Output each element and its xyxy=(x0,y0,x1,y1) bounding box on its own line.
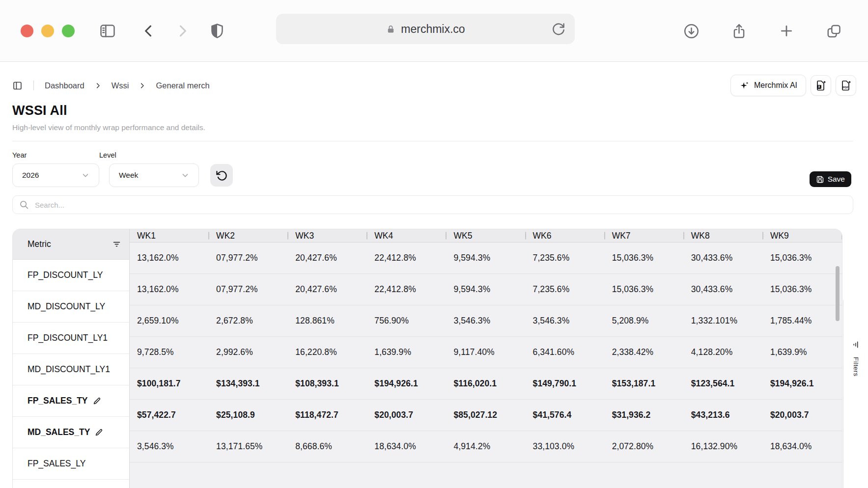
chevron-down-icon xyxy=(181,171,190,180)
table-cell: $31,936.2 xyxy=(605,400,684,431)
reset-filters-button[interactable] xyxy=(210,164,233,187)
app-sidebar-toggle-button[interactable] xyxy=(12,81,23,91)
search-bar xyxy=(12,195,853,214)
minimize-window-button[interactable] xyxy=(41,25,54,37)
table-cell xyxy=(209,462,288,488)
browser-sidebar-button[interactable] xyxy=(98,22,117,40)
close-window-button[interactable] xyxy=(21,25,33,37)
table-cell xyxy=(763,462,842,488)
week-header-row: WK1WK2WK3WK4WK5WK6WK7WK8WK9 xyxy=(130,229,842,243)
tab-overview-button[interactable] xyxy=(825,22,843,40)
table-cell: 15,036.3% xyxy=(763,274,842,305)
table-cell: 2,992.6% xyxy=(209,337,288,368)
pdf-export-icon: PDF xyxy=(840,80,852,91)
share-button[interactable] xyxy=(730,22,748,40)
week-header-cell: WK5 xyxy=(446,229,525,242)
week-header-cell: WK3 xyxy=(288,229,367,242)
table-cell: 4,914.2% xyxy=(446,431,525,462)
address-bar[interactable]: merchmix.co xyxy=(276,14,575,44)
table-cell: $134,393.1 xyxy=(209,368,288,399)
table-cell: 9,594.3% xyxy=(446,243,525,273)
merchmix-ai-button[interactable]: Merchmix AI xyxy=(730,75,806,96)
table-cell: $25,108.9 xyxy=(209,400,288,431)
rotate-ccw-icon xyxy=(215,169,228,182)
privacy-report-button[interactable] xyxy=(208,22,226,40)
table-cell: 9,117.40% xyxy=(446,337,525,368)
week-header-cell: WK4 xyxy=(367,229,446,242)
level-select[interactable]: Week xyxy=(109,163,199,187)
table-cell: 22,412.8% xyxy=(367,274,446,305)
table-cell: 2,672.8% xyxy=(209,305,288,336)
metric-column: Metric FP_DISCOUNT_LYMD_DISCOUNT_LYFP_DI… xyxy=(13,229,130,488)
table-data-area: WK1WK2WK3WK4WK5WK6WK7WK8WK9 13,162.0%07,… xyxy=(130,229,842,488)
metric-header-label: Metric xyxy=(28,239,51,249)
table-cell: 9,728.5% xyxy=(130,337,209,368)
table-cell: $100,181.7 xyxy=(130,368,209,399)
zoom-window-button[interactable] xyxy=(62,25,75,37)
table-cell: 13,162.0% xyxy=(130,274,209,305)
sparkles-icon xyxy=(739,81,750,91)
reload-button[interactable] xyxy=(550,21,567,37)
table-cell: 756.90% xyxy=(367,305,446,336)
table-cell: 13,162.0% xyxy=(130,243,209,273)
search-input[interactable] xyxy=(35,201,847,209)
filter-icon[interactable] xyxy=(112,240,121,249)
week-header-cell: WK1 xyxy=(130,229,209,242)
forward-button[interactable] xyxy=(174,23,191,39)
downloads-button[interactable] xyxy=(682,22,700,40)
table-row: 13,162.0%07,977.2%20,427.6%22,412.8%9,59… xyxy=(130,274,842,305)
table-scrollbar-thumb[interactable] xyxy=(836,266,840,321)
export-pdf-button[interactable]: PDF xyxy=(836,75,856,96)
table-cell: $85,027.12 xyxy=(446,400,525,431)
table-cell: 128.861% xyxy=(288,305,367,336)
metric-cell xyxy=(13,480,129,488)
breadcrumb-item-dashboard[interactable]: Dashboard xyxy=(45,81,84,90)
downloads-icon xyxy=(682,22,700,40)
breadcrumb-item-general-merch[interactable]: General merch xyxy=(156,81,209,90)
save-button[interactable]: Save xyxy=(810,171,851,187)
export-excel-button[interactable]: X xyxy=(811,75,831,96)
breadcrumb-divider xyxy=(33,81,34,90)
table-cell: $116,020.1 xyxy=(446,368,525,399)
breadcrumb-item-wssi[interactable]: Wssi xyxy=(112,81,129,90)
table-cell xyxy=(605,462,684,488)
metric-header-cell: Metric xyxy=(13,229,129,260)
table-row: 3,546.3%13,171.65%8,668.6%18,634.0%4,914… xyxy=(130,431,842,462)
metric-label: FP_SALES_LY xyxy=(28,459,85,469)
table-cell xyxy=(526,462,605,488)
table-cell: 16,220.8% xyxy=(288,337,367,368)
table-row: 13,162.0%07,977.2%20,427.6%22,412.8%9,59… xyxy=(130,243,842,274)
table-cell: $41,576.4 xyxy=(526,400,605,431)
table-cell: $123,564.1 xyxy=(684,368,763,399)
metric-cell: MD_SALES_TY xyxy=(13,417,129,448)
back-icon xyxy=(140,23,157,39)
table-cell xyxy=(446,462,525,488)
year-select[interactable]: 2026 xyxy=(12,163,99,187)
metric-cell: FP_DISCOUNT_LY xyxy=(13,260,129,291)
table-cell: 2,659.10% xyxy=(130,305,209,336)
metric-column-body: FP_DISCOUNT_LYMD_DISCOUNT_LYFP_DISCOUNT_… xyxy=(13,260,129,488)
sidebar-icon xyxy=(98,22,117,40)
back-button[interactable] xyxy=(140,23,157,39)
reload-icon xyxy=(550,21,567,37)
table-row: $57,422.7$25,108.9$118,472.7$20,003.7$85… xyxy=(130,400,842,431)
table-cell: $57,422.7 xyxy=(130,400,209,431)
table-row xyxy=(130,462,842,488)
edit-pencil-icon[interactable] xyxy=(95,429,103,436)
table-cell: 20,427.6% xyxy=(288,274,367,305)
table-cell: 13,171.65% xyxy=(209,431,288,462)
table-cell xyxy=(288,462,367,488)
table-cell: 20,427.6% xyxy=(288,243,367,273)
table-cell: 5,208.9% xyxy=(605,305,684,336)
filters-rail-toggle[interactable]: Filters xyxy=(843,300,868,488)
table-cell xyxy=(367,462,446,488)
forward-icon xyxy=(174,23,191,39)
table-cell: 15,036.3% xyxy=(763,243,842,273)
metric-label: MD_DISCOUNT_LY xyxy=(28,301,105,312)
table-cell: 1,639.9% xyxy=(763,337,842,368)
edit-pencil-icon[interactable] xyxy=(93,397,101,405)
table-cell: 07,977.2% xyxy=(209,274,288,305)
metric-cell: FP_SALES_LY xyxy=(13,448,129,480)
new-tab-button[interactable] xyxy=(778,22,795,40)
table-cell: 2,338.42% xyxy=(605,337,684,368)
